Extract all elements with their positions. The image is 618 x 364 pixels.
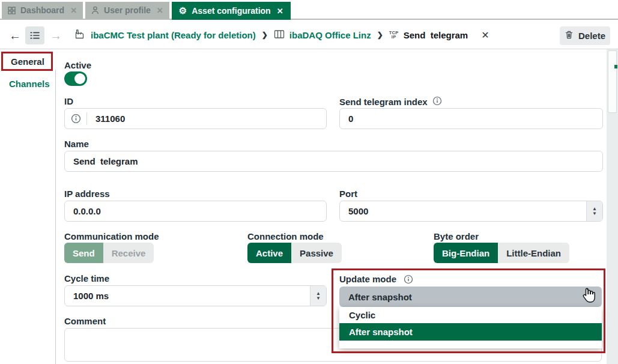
close-icon[interactable]: ✕ [277, 7, 283, 16]
connection-mode-label: Connection mode [247, 231, 324, 241]
close-icon[interactable]: ✕ [157, 6, 163, 15]
tab-label: Dashboard [20, 5, 64, 15]
toolbar: ← → ibaCMC Test plant (Ready for deletio… [0, 20, 618, 49]
data-table-icon [274, 29, 285, 41]
scrollbar-thumb[interactable] [608, 50, 617, 113]
update-mode-selected-value: After snapshot [339, 292, 412, 302]
ip-address-label: IP address [64, 189, 110, 199]
arrow-left-icon: ← [9, 29, 21, 43]
id-label: ID [64, 96, 73, 106]
tab-label: User profile [104, 5, 151, 15]
tab-bar: Dashboard ✕ User profile ✕ ⚙ Asset confi… [0, 0, 618, 20]
port-field: ▲ ▼ [339, 201, 603, 222]
byte-order-option-little-endian[interactable]: Little-Endian [498, 243, 569, 263]
communication-mode-label: Communication mode [64, 231, 159, 241]
cycle-time-field: ▲ ▼ [64, 285, 327, 306]
breadcrumb-link-plant[interactable]: ibaCMC Test plant (Ready for deletion) [91, 30, 256, 40]
communication-mode-option-receive[interactable]: Receive [103, 243, 154, 263]
tab-user-profile[interactable]: User profile ✕ [85, 2, 169, 19]
sidebar-item-channels[interactable]: Channels [9, 79, 50, 89]
tab-dashboard[interactable]: Dashboard ✕ [2, 2, 83, 19]
user-icon [91, 6, 99, 14]
cycle-time-input[interactable] [65, 286, 310, 306]
gear-icon: ⚙ [179, 5, 187, 16]
port-stepper[interactable]: ▲ ▼ [586, 201, 602, 221]
send-telegram-index-input[interactable] [340, 109, 602, 129]
communication-mode-option-send[interactable]: Send [64, 243, 103, 263]
trash-icon [565, 30, 574, 41]
breadcrumb-separator: ❯ [262, 31, 268, 39]
update-mode-label-text: Update mode [339, 274, 396, 284]
active-label: Active [64, 60, 91, 70]
active-toggle[interactable] [64, 71, 87, 86]
connection-mode-segment: Active Passive [247, 243, 342, 263]
stepper-down-icon[interactable]: ▼ [592, 211, 597, 216]
arrow-right-icon: → [50, 29, 62, 43]
ip-address-input[interactable] [65, 201, 326, 221]
name-field [64, 151, 603, 172]
port-label: Port [339, 189, 357, 199]
sidebar-divider [55, 70, 56, 364]
send-telegram-index-label-text: Send telegram index [339, 97, 428, 107]
list-icon [30, 29, 40, 43]
scrollbar-position-marker [614, 65, 617, 68]
breadcrumb-link-device[interactable]: ibaDAQ Office Linz [289, 30, 371, 40]
id-input[interactable] [87, 109, 326, 129]
sidebar-item-general[interactable]: General [11, 56, 44, 67]
tab-label: Asset configuration [192, 6, 270, 16]
send-telegram-index-field [339, 108, 603, 129]
tcp-ip-icon: TCP IP [389, 31, 399, 39]
back-button[interactable]: ← [6, 26, 24, 44]
forward-button[interactable]: → [47, 26, 65, 44]
send-telegram-index-label: Send telegram index [339, 96, 442, 108]
breadcrumb-separator: ❯ [377, 31, 383, 39]
comment-label: Comment [64, 316, 106, 326]
stepper-down-icon[interactable]: ▼ [316, 296, 321, 301]
delete-button-label: Delete [578, 31, 605, 41]
info-icon[interactable] [404, 275, 413, 284]
update-mode-dropdown: Cyclic After snapshot [339, 307, 602, 348]
close-icon[interactable]: ✕ [70, 6, 77, 15]
cycle-time-stepper[interactable]: ▲ ▼ [310, 286, 326, 306]
byte-order-label: Byte order [434, 231, 479, 241]
update-mode-label: Update mode [339, 274, 413, 284]
breadcrumb-current-item: Send telegram [404, 30, 468, 40]
tab-strip: Dashboard ✕ User profile ✕ ⚙ Asset confi… [2, 2, 291, 20]
byte-order-segment: Big-Endian Little-Endian [434, 243, 569, 263]
dropdown-option-cyclic[interactable]: Cyclic [339, 307, 602, 323]
info-icon[interactable] [432, 96, 442, 108]
factory-icon [74, 29, 86, 41]
tab-asset-configuration[interactable]: ⚙ Asset configuration ✕ [172, 2, 291, 20]
navigation-list-button[interactable] [25, 26, 44, 44]
name-input[interactable] [65, 151, 602, 171]
update-mode-select[interactable]: After snapshot [339, 287, 602, 307]
tcp-ip-icon-line2: IP [392, 35, 396, 39]
toggle-knob [74, 73, 85, 84]
port-input[interactable] [340, 201, 586, 221]
delete-button[interactable]: Delete [560, 26, 610, 45]
connection-mode-option-passive[interactable]: Passive [291, 243, 342, 263]
close-editor-icon[interactable]: ✕ [481, 29, 489, 41]
connection-mode-option-active[interactable]: Active [247, 243, 291, 263]
name-label: Name [64, 139, 89, 149]
dropdown-option-after-snapshot[interactable]: After snapshot [339, 323, 602, 341]
breadcrumb: ibaCMC Test plant (Ready for deletion) ❯… [74, 25, 489, 44]
dashboard-grid-icon [8, 7, 16, 14]
cycle-time-label: Cycle time [64, 273, 109, 284]
id-field [64, 108, 327, 129]
communication-mode-segment: Send Receive [64, 243, 154, 263]
info-icon[interactable] [65, 114, 86, 124]
ip-address-field [64, 201, 327, 222]
byte-order-option-big-endian[interactable]: Big-Endian [434, 243, 498, 263]
